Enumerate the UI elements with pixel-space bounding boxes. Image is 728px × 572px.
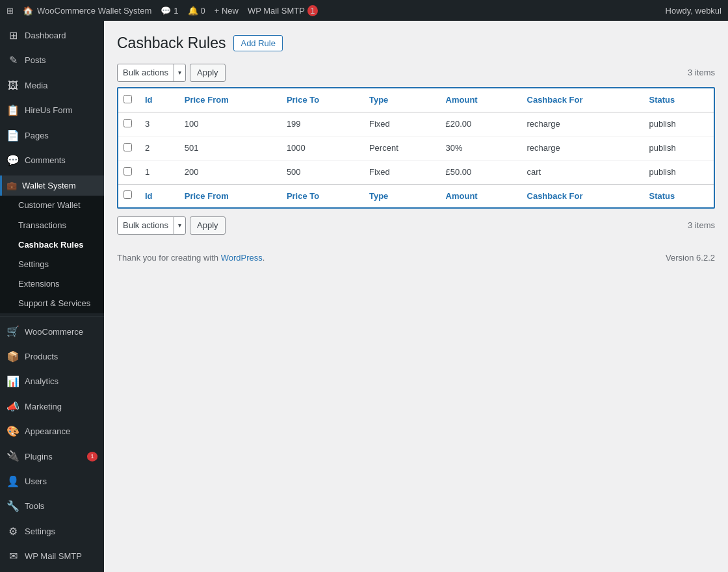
select-all-footer-checkbox[interactable] — [124, 190, 132, 199]
table-row: 3 100 199 Fixed £20.00 recharge publish — [118, 112, 714, 136]
sidebar-products-label: Products — [25, 351, 98, 363]
sidebar-item-pages[interactable]: 📄 Pages — [0, 124, 104, 148]
sidebar-item-analytics[interactable]: 📊 Analytics — [0, 369, 104, 394]
status-column-header[interactable]: Status — [642, 88, 714, 112]
marketing-icon: 📣 — [6, 400, 20, 414]
row-checkbox-1[interactable] — [124, 143, 132, 151]
id-column-header[interactable]: Id — [137, 88, 177, 112]
select-all-footer[interactable] — [118, 184, 137, 207]
bulk-actions-label: Bulk actions — [118, 68, 174, 77]
cashback-for-footer: Cashback For — [519, 184, 642, 207]
sidebar-item-posts[interactable]: ✎ Posts — [0, 48, 104, 73]
row-id-2: 1 — [137, 160, 177, 184]
price-to-column-header[interactable]: Price To — [279, 88, 361, 112]
analytics-icon: 📊 — [6, 374, 20, 389]
sidebar-item-settings-wallet[interactable]: Settings — [0, 255, 104, 274]
type-column-header[interactable]: Type — [361, 88, 438, 112]
row-checkbox-0[interactable] — [124, 119, 132, 127]
add-rule-button[interactable]: Add Rule — [233, 35, 282, 51]
plugins-badge: 1 — [87, 452, 98, 462]
sidebar-item-settings[interactable]: ⚙ Settings — [0, 519, 104, 544]
row-checkbox-cell[interactable] — [118, 160, 137, 184]
row-price-to-2: 500 — [279, 160, 361, 184]
price-from-column-header[interactable]: Price From — [177, 88, 279, 112]
sidebar-item-plugins[interactable]: 🔌 Plugins 1 — [0, 444, 104, 469]
sidebar-item-products[interactable]: 📦 Products — [0, 344, 104, 369]
hireus-icon: 📋 — [6, 103, 20, 118]
sidebar-item-appearance[interactable]: 🎨 Appearance — [0, 419, 104, 444]
sidebar-item-dashboard[interactable]: ⊞ Dashboard — [0, 23, 104, 48]
items-count-top: 3 items — [688, 68, 715, 77]
sidebar-item-media[interactable]: 🖼 Media — [0, 73, 104, 98]
row-amount-0: £20.00 — [438, 112, 519, 136]
collapse-menu-button[interactable]: ◀ Collapse menu — [0, 569, 104, 572]
sidebar-item-wpmail[interactable]: ✉ WP Mail SMTP — [0, 544, 104, 569]
row-type-0: Fixed — [361, 112, 438, 136]
row-price-from-2: 200 — [177, 160, 279, 184]
bulk-actions-dropdown-bottom[interactable]: Bulk actions ▾ — [117, 216, 186, 235]
sidebar-item-users[interactable]: 👤 Users — [0, 469, 104, 494]
sidebar-item-wallet-system[interactable]: 💼 Wallet System — [0, 176, 104, 196]
row-checkbox-cell[interactable] — [118, 136, 137, 160]
page-title: Cashback Rules — [117, 34, 226, 53]
sidebar-item-transactions[interactable]: Transactions — [0, 216, 104, 235]
row-cashback-for-0: recharge — [519, 112, 642, 136]
sidebar-appearance-label: Appearance — [25, 426, 98, 437]
sidebar-item-marketing[interactable]: 📣 Marketing — [0, 395, 104, 419]
comments-count: 1 — [174, 6, 178, 16]
apply-button-top[interactable]: Apply — [190, 64, 226, 82]
sidebar-analytics-label: Analytics — [25, 376, 98, 387]
select-all-header[interactable] — [118, 88, 137, 112]
row-id-1: 2 — [137, 136, 177, 160]
apply-button-bottom[interactable]: Apply — [190, 216, 226, 235]
price-from-footer: Price From — [177, 184, 279, 207]
select-all-checkbox[interactable] — [124, 95, 132, 103]
row-price-to-0: 199 — [279, 112, 361, 136]
sidebar-item-support[interactable]: Support & Services — [0, 294, 104, 313]
sidebar-wallet-label: Wallet System — [22, 181, 76, 190]
layout: ⊞ Dashboard ✎ Posts 🖼 Media 📋 HireUs For… — [0, 21, 728, 572]
posts-icon: ✎ — [6, 53, 20, 68]
row-type-1: Percent — [361, 136, 438, 160]
amount-column-header[interactable]: Amount — [438, 88, 519, 112]
sidebar-media-label: Media — [25, 80, 98, 92]
bulk-actions-dropdown[interactable]: Bulk actions ▾ — [117, 64, 186, 82]
new-item-link[interactable]: + New — [214, 6, 239, 16]
version-text: Version 6.2.2 — [666, 253, 715, 263]
row-amount-1: 30% — [438, 136, 519, 160]
sidebar-item-tools[interactable]: 🔧 Tools — [0, 494, 104, 519]
sidebar-item-extensions[interactable]: Extensions — [0, 274, 104, 294]
sidebar-item-customer-wallet[interactable]: Customer Wallet — [0, 196, 104, 215]
table-footer-row: Id Price From Price To Type Amount Cashb… — [118, 184, 714, 207]
bulk-actions-chevron-bottom-icon: ▾ — [174, 217, 185, 234]
row-checkbox-2[interactable] — [124, 167, 132, 176]
sidebar-woocommerce-label: WooCommerce — [25, 326, 98, 338]
row-price-from-0: 100 — [177, 112, 279, 136]
price-to-footer: Price To — [279, 184, 361, 207]
wpmail-smtp-item[interactable]: WP Mail SMTP 1 — [248, 5, 318, 16]
wordpress-link[interactable]: WordPress — [221, 253, 263, 263]
row-status-0: publish — [642, 112, 714, 136]
sidebar-comments-label: Comments — [25, 155, 98, 166]
wallet-icon: 💼 — [6, 181, 17, 190]
row-cashback-for-1: recharge — [519, 136, 642, 160]
wallet-submenu: Customer Wallet Transactions Cashback Ru… — [0, 196, 104, 313]
wp-logo-icon[interactable]: ⊞ — [6, 6, 14, 16]
main-content: Cashback Rules Add Rule Bulk actions ▾ A… — [104, 21, 728, 572]
notifications-area[interactable]: 🔔 0 — [188, 6, 205, 16]
site-name[interactable]: 🏠 WooCommerce Wallet System — [23, 6, 151, 16]
row-price-to-1: 1000 — [279, 136, 361, 160]
comments-sidebar-icon: 💬 — [6, 153, 20, 168]
comments-icon-area[interactable]: 💬 1 — [161, 6, 178, 16]
cashback-for-column-header[interactable]: Cashback For — [519, 88, 642, 112]
sidebar-item-cashback-rules[interactable]: Cashback Rules — [0, 235, 104, 255]
sidebar-item-woocommerce[interactable]: 🛒 WooCommerce — [0, 319, 104, 344]
footer-thankyou-text: Thank you for creating with — [117, 253, 221, 263]
sidebar-item-comments[interactable]: 💬 Comments — [0, 148, 104, 173]
support-label: Support & Services — [18, 298, 90, 309]
dashboard-icon: ⊞ — [6, 29, 20, 43]
sidebar-item-hireus[interactable]: 📋 HireUs Form — [0, 98, 104, 123]
appearance-icon: 🎨 — [6, 424, 20, 439]
row-checkbox-cell[interactable] — [118, 112, 137, 136]
media-icon: 🖼 — [6, 79, 20, 93]
